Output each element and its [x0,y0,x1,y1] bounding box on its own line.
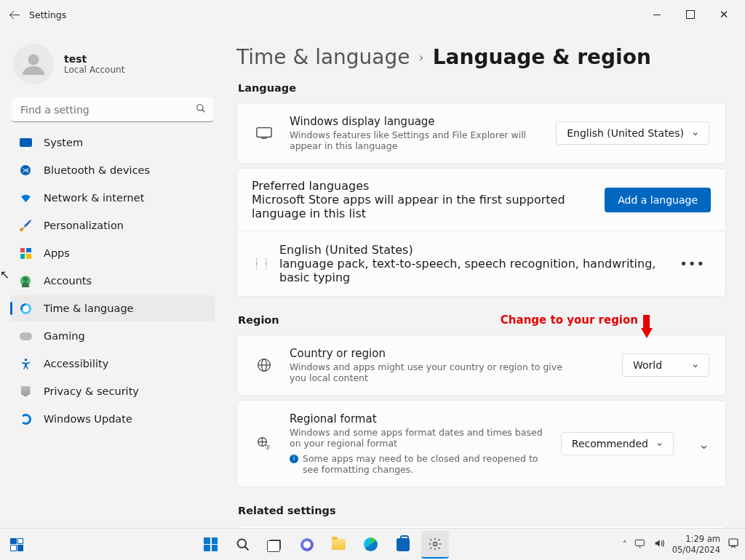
nav-label: Apps [44,247,70,259]
nav-list: System ⋊Bluetooth & devices Network & in… [10,129,215,432]
breadcrumb-parent[interactable]: Time & language [236,45,410,69]
taskbar-clock[interactable]: 1:29 am 05/04/2024 [672,534,720,555]
card-title: Preferred languages [252,179,605,193]
drag-handle-icon[interactable]: ⋮⋮⋮⋮ [253,260,265,268]
nav-accounts[interactable]: Accounts [10,268,215,294]
start-button[interactable] [197,531,225,559]
svg-point-19 [433,542,437,545]
notifications-button[interactable] [728,537,739,551]
nav-system[interactable]: System [10,129,215,156]
nav-label: Accounts [44,275,92,287]
avatar [13,44,54,84]
language-item[interactable]: ⋮⋮⋮⋮ English (United States) language pa… [236,231,726,297]
tray-chevron-icon[interactable]: ˄ [623,540,627,550]
window-minimize-button[interactable] [640,0,674,29]
titlebar: 🡠 Settings ✕ [0,0,745,29]
more-options-button[interactable]: ••• [675,256,709,271]
nav-time-language[interactable]: Time & language [10,295,215,321]
annotation-text: Change to your region [501,313,638,327]
update-icon [19,412,32,425]
back-button[interactable]: 🡠 [4,8,25,22]
annotation-arrow-head [641,328,653,338]
info-icon: i [290,455,298,463]
main-content: Time & language › Language & region Lang… [222,29,745,528]
globe-text-icon: 字 [253,436,275,451]
page-title: Language & region [433,45,651,69]
typing-row[interactable]: Typing › [236,525,726,528]
preferred-languages-header: Preferred languages Microsoft Store apps… [236,168,726,231]
country-dropdown[interactable]: World [622,353,709,377]
user-name: test [64,53,124,65]
info-text: Some apps may need to be closed and reop… [303,453,546,475]
nav-accessibility[interactable]: Accessibility [10,351,215,377]
accessibility-icon [19,357,32,370]
nav-label: Accessibility [44,358,108,369]
nav-label: Gaming [44,330,85,342]
taskbar-search-button[interactable] [229,531,257,559]
section-region: Region [238,314,726,326]
brush-icon: 🖌️ [19,219,32,232]
search-box[interactable] [12,97,213,122]
user-subtitle: Local Account [64,65,124,75]
time-icon [19,302,32,315]
settings-taskbar-button[interactable] [421,531,449,559]
display-language-dropdown[interactable]: English (United States) [556,121,709,145]
tray-volume-icon[interactable] [653,538,665,551]
chat-button[interactable] [293,531,321,559]
nav-privacy[interactable]: Privacy & security [10,378,215,404]
search-icon [196,103,206,116]
window-maximize-button[interactable] [674,0,707,29]
dropdown-value: Recommended [572,438,648,449]
chevron-right-icon: › [419,49,424,65]
nav-label: System [44,137,83,148]
wifi-icon [19,191,32,204]
country-region-card: Change to your region Country or region … [236,335,726,396]
tray-network-icon[interactable] [634,538,646,551]
nav-gaming[interactable]: Gaming [10,323,215,349]
display-icon [253,127,275,140]
file-explorer-button[interactable] [325,531,353,559]
nav-personalization[interactable]: 🖌️Personalization [10,212,215,239]
clock-date: 05/04/2024 [672,545,720,555]
svg-rect-4 [257,128,271,137]
language-features: language pack, text-to-speech, speech re… [279,257,661,284]
section-language: Language [238,82,726,94]
mouse-cursor: ↖ [0,269,9,281]
expand-button[interactable]: ⌄ [698,436,709,452]
svg-point-3 [24,359,27,361]
card-desc: Windows and apps might use your country … [290,361,573,383]
svg-point-17 [237,539,246,548]
card-desc: Microsoft Store apps will appear in the … [252,193,605,220]
nav-label: Personalization [44,220,124,231]
svg-text:字: 字 [265,444,271,451]
widgets-button[interactable] [10,538,23,551]
svg-point-0 [28,55,39,65]
user-block[interactable]: test Local Account [10,39,215,97]
nav-windows-update[interactable]: Windows Update [10,406,215,432]
windows-display-language-card: Windows display language Windows feature… [236,103,726,164]
nav-apps[interactable]: Apps [10,240,215,266]
nav-bluetooth[interactable]: ⋊Bluetooth & devices [10,157,215,183]
nav-network[interactable]: Network & internet [10,185,215,211]
regional-format-dropdown[interactable]: Recommended [561,432,674,455]
dropdown-value: English (United States) [567,127,684,139]
edge-button[interactable] [357,531,385,559]
card-desc: Windows features like Settings and File … [290,129,541,151]
window-close-button[interactable]: ✕ [707,0,741,29]
bluetooth-icon: ⋊ [19,164,32,177]
card-title: Regional format [290,412,546,425]
card-desc: Windows and some apps format dates and t… [290,427,546,449]
add-language-button[interactable]: Add a language [605,188,711,212]
shield-icon [19,385,32,398]
card-title: Country or region [290,347,607,360]
sidebar: test Local Account System ⋊Bluetooth & d… [0,29,222,528]
section-related: Related settings [238,505,726,516]
nav-label: Privacy & security [44,385,139,397]
store-button[interactable] [389,531,417,559]
search-input[interactable] [12,97,213,122]
language-name: English (United States) [279,243,661,257]
svg-point-1 [197,105,203,111]
window-title: Settings [29,9,66,20]
task-view-button[interactable] [261,531,289,559]
nav-label: Network & internet [44,192,144,204]
